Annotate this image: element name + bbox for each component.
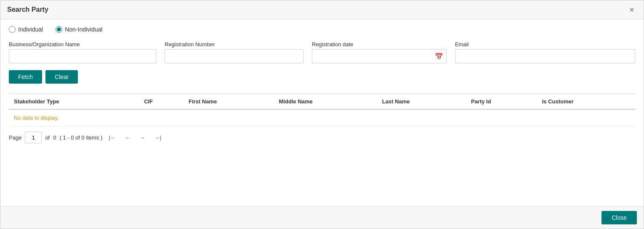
action-buttons: Fetch Clear: [9, 70, 635, 84]
col-cif: CIF: [139, 94, 184, 109]
next-page-button[interactable]: →: [137, 132, 148, 143]
email-input[interactable]: [455, 49, 635, 63]
no-data-message: No data to display.: [9, 109, 635, 126]
reg-number-input[interactable]: [165, 49, 303, 63]
col-last-name: Last Name: [377, 94, 466, 109]
individual-radio[interactable]: [9, 26, 16, 33]
results-table-container: Stakeholder Type CIF First Name Middle N…: [9, 94, 635, 126]
results-table: Stakeholder Type CIF First Name Middle N…: [9, 94, 635, 126]
of-label: of: [45, 134, 50, 141]
dialog-footer: Close: [0, 206, 644, 229]
individual-radio-label[interactable]: Individual: [9, 26, 43, 33]
reg-number-label: Registration Number: [165, 41, 303, 47]
no-data-row: No data to display.: [9, 109, 635, 126]
non-individual-label: Non-Individual: [65, 26, 103, 33]
col-stakeholder-type: Stakeholder Type: [9, 94, 139, 109]
email-label: Email: [455, 41, 635, 47]
reg-date-group: Registration date 📅: [312, 41, 447, 63]
business-name-label: Business/Organization Name: [9, 41, 156, 47]
non-individual-radio-label[interactable]: Non-Individual: [56, 26, 103, 33]
business-name-input[interactable]: [9, 49, 156, 63]
items-summary: ( 1 - 0 of 0 items ): [59, 134, 102, 141]
col-is-customer: Is Customer: [537, 94, 635, 109]
dialog-body: Individual Non-Individual Business/Organ…: [0, 19, 644, 206]
dialog-title: Search Party: [7, 6, 48, 13]
fetch-button[interactable]: Fetch: [9, 70, 42, 84]
dialog-close-button[interactable]: ×: [627, 5, 637, 15]
table-body: No data to display.: [9, 109, 635, 126]
date-input-wrapper: 📅: [312, 49, 447, 63]
table-header-row: Stakeholder Type CIF First Name Middle N…: [9, 94, 635, 109]
reg-date-input[interactable]: [312, 49, 447, 63]
reg-date-label: Registration date: [312, 41, 447, 47]
col-first-name: First Name: [184, 94, 274, 109]
party-type-radio-group: Individual Non-Individual: [9, 26, 635, 33]
reg-number-group: Registration Number: [165, 41, 303, 63]
clear-button[interactable]: Clear: [45, 70, 78, 84]
dialog-header: Search Party ×: [0, 0, 644, 19]
of-value: 0: [53, 134, 56, 141]
col-party-id: Party Id: [466, 94, 537, 109]
footer-close-button[interactable]: Close: [601, 211, 637, 224]
non-individual-radio[interactable]: [56, 26, 62, 33]
page-input[interactable]: [25, 132, 42, 143]
last-page-button[interactable]: →|: [152, 132, 164, 143]
first-page-button[interactable]: |←: [106, 132, 118, 143]
email-group: Email: [455, 41, 635, 63]
pagination-row: Page of 0 ( 1 - 0 of 0 items ) |← ← → →|: [9, 126, 635, 148]
search-party-dialog: Search Party × Individual Non-Individual…: [0, 0, 644, 229]
page-label: Page: [9, 134, 21, 141]
business-name-group: Business/Organization Name: [9, 41, 156, 63]
table-header: Stakeholder Type CIF First Name Middle N…: [9, 94, 635, 109]
prev-page-button[interactable]: ←: [122, 132, 133, 143]
form-row: Business/Organization Name Registration …: [9, 41, 635, 63]
individual-label: Individual: [18, 26, 43, 33]
col-middle-name: Middle Name: [274, 94, 377, 109]
